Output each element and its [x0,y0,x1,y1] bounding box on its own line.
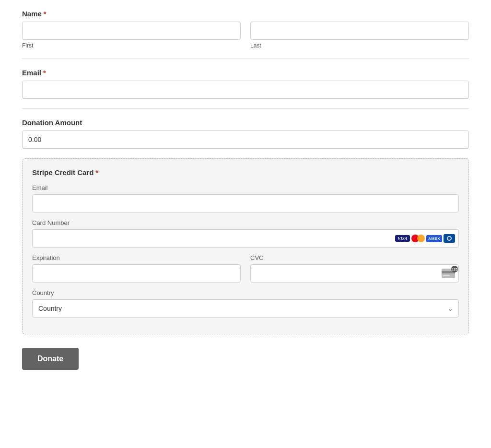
stripe-expiry-input[interactable] [32,264,241,283]
email-required-star: * [43,69,46,77]
stripe-email-label: Email [32,184,459,191]
email-section: Email * [22,69,469,99]
stripe-card-number-group: Card Number VISA AMEX [32,219,459,248]
name-section: Name * First Last [22,10,469,49]
cvc-icon-wrap: 135 [442,269,455,278]
mastercard-icon [411,234,425,243]
divider-2 [22,108,469,109]
amex-icon: AMEX [426,235,442,242]
donate-button[interactable]: Donate [22,348,79,370]
last-name-wrap: Last [250,22,469,49]
last-name-input[interactable] [250,22,469,40]
stripe-section-label: Stripe Credit Card * [32,168,459,177]
svg-rect-2 [443,275,450,276]
expiry-cvc-row: Expiration CVC 135 [32,254,459,283]
donation-amount-label: Donation Amount [22,118,469,127]
cvc-card-graphic: 135 [442,269,455,278]
email-input[interactable] [22,81,469,99]
name-label: Name * [22,10,469,18]
last-name-label: Last [250,42,469,49]
visa-icon: VISA [395,235,410,242]
stripe-credit-card-section: Stripe Credit Card * Email Card Number V… [22,158,469,334]
donation-amount-input[interactable] [22,130,469,149]
divider-1 [22,59,469,59]
expiry-field: Expiration [32,254,241,283]
first-name-label: First [22,42,241,49]
stripe-required-star: * [95,168,98,177]
donation-amount-label-text: Donation Amount [22,118,82,127]
cvc-field: CVC 135 [250,254,459,283]
card-icons: VISA AMEX [395,234,455,243]
card-number-wrap: VISA AMEX [32,229,459,248]
first-name-wrap: First [22,22,241,49]
email-label: Email * [22,69,469,77]
stripe-email-group: Email [32,184,459,212]
country-select[interactable]: Country United States Canada United King… [32,299,459,318]
page-container: Name * First Last Email * Donation Amoun… [11,0,480,389]
cvc-label: CVC [250,254,459,261]
country-label: Country [32,289,459,296]
stripe-country-group: Country Country United States Canada Uni… [32,289,459,318]
stripe-label-text: Stripe Credit Card [32,168,94,177]
name-required-star: * [44,10,47,18]
mc-right-circle [417,235,425,242]
cvc-input-wrap: 135 [250,264,459,283]
expiry-label: Expiration [32,254,241,261]
stripe-email-input[interactable] [32,194,459,212]
name-row: First Last [22,22,469,49]
stripe-card-number-label: Card Number [32,219,459,226]
cvc-badge: 135 [451,266,458,272]
first-name-input[interactable] [22,22,241,40]
email-label-text: Email [22,69,41,77]
donation-amount-section: Donation Amount [22,118,469,149]
name-label-text: Name [22,10,42,18]
stripe-cvc-input[interactable] [250,264,459,283]
country-select-wrap: Country United States Canada United King… [32,299,459,318]
diners-icon [444,234,455,243]
